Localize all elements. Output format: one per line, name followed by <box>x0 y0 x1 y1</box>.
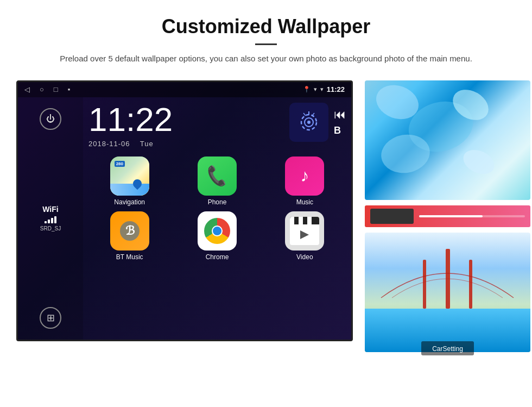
chrome-circle-icon <box>204 218 230 244</box>
wifi-bars <box>40 216 61 223</box>
bt-music-app-icon[interactable]: ℬ <box>110 211 149 251</box>
wifi-bar-3 <box>51 218 53 223</box>
navigation-app-icon[interactable]: 280 <box>110 156 149 196</box>
media-player-bar <box>365 205 530 227</box>
media-player-thumbnail <box>370 209 414 224</box>
app-item-chrome[interactable]: Chrome <box>176 211 258 261</box>
media-progress-fill <box>419 215 483 217</box>
nav-road <box>110 184 149 196</box>
navigation-app-label: Navigation <box>114 198 145 206</box>
bridge-cables-icon <box>365 243 530 309</box>
svg-text:ℬ: ℬ <box>125 224 135 237</box>
location-icon: 📍 <box>303 86 311 93</box>
ice-shape-5 <box>459 145 498 179</box>
chrome-inner-circle <box>212 226 223 236</box>
android-main: ⏻ WiFi SRD_SJ ⊞ <box>18 97 351 340</box>
wallpaper-ice-thumb[interactable] <box>365 80 530 200</box>
wallpaper-bridge-wrapper: CarSetting <box>365 233 530 355</box>
wifi-label: WiFi <box>40 205 61 214</box>
video-app-icon[interactable] <box>285 211 324 251</box>
play-triangle-icon <box>298 229 311 240</box>
page-title: Customized Wallpaper <box>33 15 499 38</box>
wallpaper-bridge-bg <box>365 233 530 352</box>
status-time: 11:22 <box>327 85 345 93</box>
phone-app-label: Phone <box>208 198 227 206</box>
nav-badge: 280 <box>115 161 125 167</box>
clap-stripe-3 <box>307 217 312 224</box>
status-right: 📍 ▾ ▾ 11:22 <box>303 85 345 93</box>
music-app-icon[interactable]: ♪ <box>285 156 324 196</box>
wallpaper-bridge-thumb[interactable] <box>365 233 530 352</box>
antenna-icon <box>298 111 320 133</box>
content-area: ◁ ○ □ ▪ 📍 ▾ ▾ 11:22 ⏻ WiFi <box>0 80 532 355</box>
status-bar: ◁ ○ □ ▪ 📍 ▾ ▾ 11:22 <box>18 82 351 97</box>
app-item-video[interactable]: Video <box>264 211 346 261</box>
chrome-app-icon[interactable] <box>198 211 237 251</box>
skip-back-icon[interactable]: ⏮ <box>334 108 346 122</box>
phone-icon: 📞 <box>205 164 230 187</box>
recents-icon[interactable]: □ <box>54 85 58 93</box>
bluetooth-mini-icon[interactable]: B <box>334 125 346 136</box>
nav-icons: ◁ ○ □ ▪ <box>24 85 70 93</box>
carsetting-overlay: CarSetting <box>421 341 474 355</box>
android-screen: ◁ ○ □ ▪ 📍 ▾ ▾ 11:22 ⏻ WiFi <box>16 80 353 341</box>
home-icon[interactable]: ○ <box>40 85 44 93</box>
clap-stripe-2 <box>299 217 303 224</box>
media-icon-box <box>289 103 328 142</box>
title-divider <box>255 43 277 45</box>
clock-date: 2018-11-06 Tue <box>88 140 173 148</box>
wallpaper-stack: CarSetting <box>365 80 530 355</box>
signal-icon: ▾ <box>320 86 324 93</box>
app-item-phone[interactable]: 📞 Phone <box>176 156 258 206</box>
clap-stripe-1 <box>290 217 294 224</box>
page-wrapper: Customized Wallpaper Preload over 5 defa… <box>0 0 532 407</box>
bluetooth-icon: ℬ <box>119 220 141 242</box>
wifi-bar-4 <box>54 216 56 223</box>
apps-button[interactable]: ⊞ <box>40 307 61 329</box>
chrome-app-label: Chrome <box>206 253 229 261</box>
svg-line-4 <box>303 113 306 116</box>
svg-marker-8 <box>300 230 309 239</box>
playback-controls: ⏮ B <box>334 108 346 136</box>
clock-info: 11:22 2018-11-06 Tue <box>88 103 173 148</box>
wifi-bar-2 <box>48 220 50 223</box>
music-app-label: Music <box>296 198 313 206</box>
app-item-bt-music[interactable]: ℬ BT Music <box>88 211 170 261</box>
wifi-ssid: SRD_SJ <box>40 226 61 231</box>
wifi-icon: ▾ <box>314 86 317 93</box>
clapperboard-body <box>290 224 319 245</box>
app-item-music[interactable]: ♪ Music <box>264 156 346 206</box>
carsetting-label: CarSetting <box>432 345 463 353</box>
back-icon[interactable]: ◁ <box>24 85 30 93</box>
page-subtitle: Preload over 5 default wallpaper options… <box>54 53 478 65</box>
svg-point-2 <box>307 121 311 124</box>
video-app-label: Video <box>296 253 313 261</box>
android-center: 11:22 2018-11-06 Tue <box>83 97 351 340</box>
screenshot-icon[interactable]: ▪ <box>68 85 71 93</box>
music-note-icon: ♪ <box>300 166 309 186</box>
android-sidebar: ⏻ WiFi SRD_SJ ⊞ <box>18 97 83 340</box>
bt-music-app-label: BT Music <box>116 253 143 261</box>
phone-app-icon[interactable]: 📞 <box>198 156 237 196</box>
clock-section: 11:22 2018-11-06 Tue <box>88 103 346 148</box>
media-progress-bar <box>419 215 525 217</box>
header-section: Customized Wallpaper Preload over 5 defa… <box>0 0 532 75</box>
clapperboard-top <box>290 217 319 224</box>
clock-time: 11:22 <box>88 103 173 136</box>
app-grid: 280 Navigation 📞 <box>88 156 346 261</box>
wifi-bar-1 <box>45 221 47 223</box>
app-item-navigation[interactable]: 280 Navigation <box>88 156 170 206</box>
wallpaper-ice-bg <box>365 80 530 200</box>
power-button[interactable]: ⏻ <box>40 108 61 130</box>
wifi-info: WiFi SRD_SJ <box>40 205 61 231</box>
